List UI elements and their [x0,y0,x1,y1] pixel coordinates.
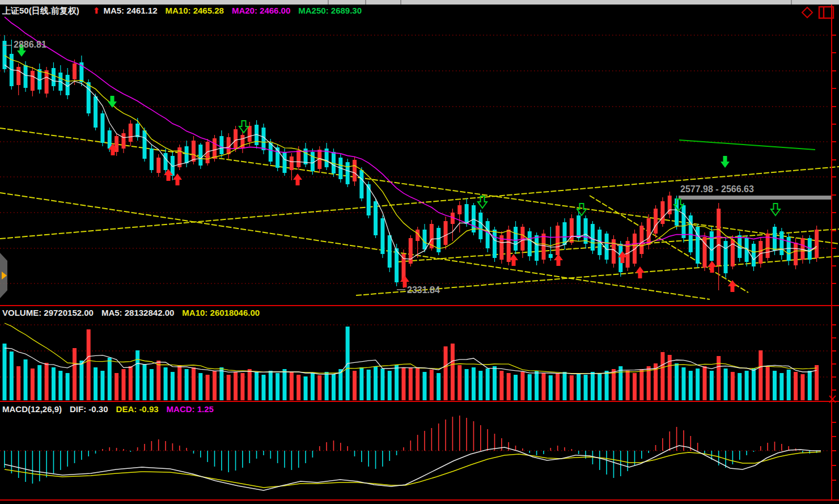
volume-bar[interactable] [486,369,490,400]
volume-bar[interactable] [724,369,728,400]
volume-bar[interactable] [255,372,259,400]
volume-bar[interactable] [738,373,741,400]
candle-body[interactable] [605,234,609,260]
volume-bar[interactable] [240,373,244,400]
candle-body[interactable] [528,231,532,256]
volume-bar[interactable] [269,371,273,400]
candle-body[interactable] [654,209,658,234]
volume-bar[interactable] [164,367,168,400]
candle-body[interactable] [514,227,518,251]
candle-body[interactable] [556,226,560,255]
volume-bar[interactable] [31,369,35,400]
volume-bar[interactable] [171,372,175,400]
candle-body[interactable] [759,241,762,264]
volume-bar[interactable] [633,373,637,400]
volume-bar[interactable] [507,373,511,400]
volume-bar[interactable] [24,359,28,400]
volume-bar[interactable] [374,366,378,400]
volume-bar[interactable] [787,370,791,400]
candle-body[interactable] [346,162,350,184]
volume-bar[interactable] [10,351,14,400]
volume-bar[interactable] [598,374,601,400]
volume-bar[interactable] [520,372,524,400]
volume-bar[interactable] [584,375,588,400]
candle-body[interactable] [549,254,553,258]
volume-bar[interactable] [493,366,497,400]
candle-body[interactable] [185,146,189,163]
volume-bar[interactable] [311,373,315,400]
volume-bar[interactable] [759,350,762,400]
volume-bar[interactable] [563,372,567,400]
candle-body[interactable] [444,221,448,245]
candle-body[interactable] [731,239,735,266]
volume-bar[interactable] [752,369,756,400]
candle-body[interactable] [710,231,714,261]
volume-bar[interactable] [135,350,139,400]
volume-bar[interactable] [177,365,181,400]
candle-body[interactable] [465,204,469,224]
candle-body[interactable] [423,230,427,249]
volume-bar[interactable] [234,372,238,400]
candle-body[interactable] [234,129,238,149]
volume-bar[interactable] [129,366,133,400]
candle-body[interactable] [198,145,202,166]
volume-bar[interactable] [115,373,118,400]
candle-body[interactable] [457,205,461,214]
volume-bar[interactable] [380,369,384,400]
candle-body[interactable] [45,70,49,94]
volume-bar[interactable] [304,376,308,400]
volume-bar[interactable] [143,364,147,400]
volume-bar[interactable] [52,367,56,400]
candle-body[interactable] [213,138,217,159]
volume-bar[interactable] [16,366,20,400]
volume-bar[interactable] [710,371,714,400]
volume-bar[interactable] [696,369,700,400]
candle-body[interactable] [507,230,511,262]
volume-bar[interactable] [731,372,735,400]
volume-bar[interactable] [472,367,476,400]
volume-bar[interactable] [353,371,357,400]
volume-bar[interactable] [556,374,560,400]
volume-bar[interactable] [626,371,630,400]
volume-bar[interactable] [66,373,70,400]
volume-bar[interactable] [198,373,202,400]
candle-body[interactable] [478,213,482,239]
candle-body[interactable] [135,124,139,137]
volume-bar[interactable] [185,369,189,400]
volume-bar[interactable] [87,329,91,400]
volume-bar[interactable] [681,367,685,400]
candle-body[interactable] [639,226,643,254]
volume-bar[interactable] [570,375,574,400]
candle-body[interactable] [794,243,798,265]
candle-body[interactable] [388,235,392,268]
candle-body[interactable] [359,170,363,198]
chart-canvas[interactable]: 2886.812577.98 - 2566.632331.84 [0,0,839,504]
candle-body[interactable] [486,221,490,248]
volume-bar[interactable] [192,367,196,400]
volume-bar[interactable] [338,369,342,400]
candle-body[interactable] [591,224,595,251]
volume-bar[interactable] [227,375,231,400]
volume-bar[interactable] [248,369,252,400]
volume-bar[interactable] [717,356,721,400]
candle-body[interactable] [353,160,357,181]
candle-body[interactable] [164,153,168,170]
volume-bar[interactable] [808,371,812,400]
volume-bar[interactable] [108,358,112,400]
volume-bar[interactable] [605,371,609,400]
volume-bar[interactable] [800,374,804,400]
volume-bar[interactable] [528,374,532,400]
volume-bar[interactable] [45,363,49,400]
volume-bar[interactable] [773,371,777,400]
candle-body[interactable] [681,205,685,238]
candle-body[interactable] [52,68,56,86]
volume-bar[interactable] [660,352,664,400]
volume-bar[interactable] [541,373,545,400]
volume-bar[interactable] [444,346,448,400]
volume-bar[interactable] [499,371,503,400]
volume-bar[interactable] [514,375,518,400]
volume-bar[interactable] [317,375,321,400]
volume-bar[interactable] [618,366,622,400]
trendline-2[interactable] [0,167,839,239]
volume-bar[interactable] [689,371,693,400]
